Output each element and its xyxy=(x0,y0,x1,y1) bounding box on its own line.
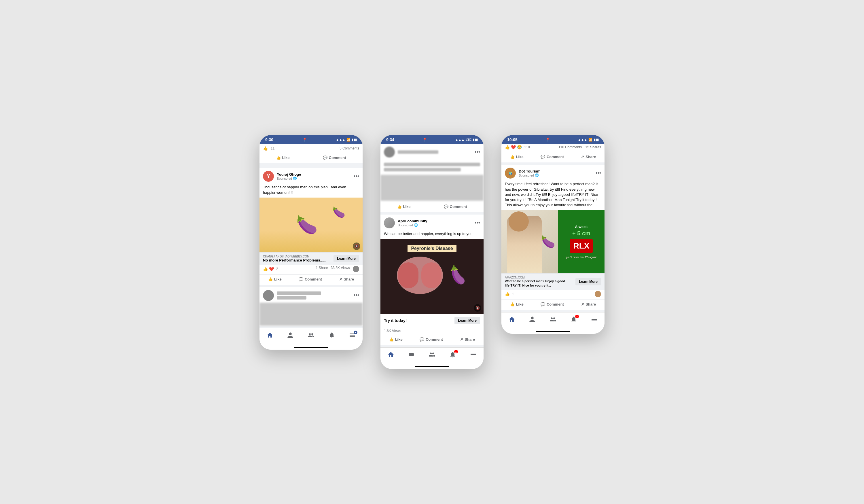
share-top-3[interactable]: ↗ Share xyxy=(579,154,598,160)
try-today-text: Try it today! xyxy=(384,318,407,323)
action-bar-2: 👍 Like 💬 Comment ↗ Share xyxy=(381,335,483,345)
learn-more-btn-2[interactable]: Learn More xyxy=(455,317,480,324)
nav-menu-3[interactable] xyxy=(588,315,600,324)
blurred-avatar-1 xyxy=(263,290,274,301)
nav-group-3[interactable] xyxy=(547,315,559,324)
partial-reaction-icons: 👍 xyxy=(263,146,268,151)
post-meta-1: Youraj Ghoge Sponsored 🌐 xyxy=(277,172,351,180)
top-actions-3: 👍 Like 💬 Comment ↗ Share xyxy=(501,152,604,163)
globe-icon-3: 🌐 xyxy=(535,173,539,177)
dot-tourism-avatar: 🌍 xyxy=(505,168,516,179)
phone-2: 9:34 📍 ▲▲▲ LTE ▮▮▮ ••• xyxy=(380,135,484,369)
post-text-2: We can be better and happier, everything… xyxy=(381,230,483,239)
comment-action-3[interactable]: 💬 Comment xyxy=(538,301,566,308)
share-action-2[interactable]: ↗ Share xyxy=(458,336,477,343)
nav-video-2[interactable] xyxy=(405,350,418,359)
like-react-1: 👍 xyxy=(263,267,268,271)
learn-more-btn-1[interactable]: Learn More xyxy=(334,255,359,262)
comment-action-1[interactable]: 💬 Comment xyxy=(296,276,324,283)
nav-home-1[interactable] xyxy=(264,331,276,340)
status-icons-1: ▲▲▲ 📶 ▮▮▮ xyxy=(336,138,357,142)
post-author-1: Youraj Ghoge xyxy=(277,172,351,177)
blurred-meta-1 xyxy=(277,296,307,300)
learn-more-btn-3[interactable]: Learn More xyxy=(575,278,601,285)
youraj-avatar: Y xyxy=(263,171,274,182)
share-count-1: 1 Share xyxy=(316,266,328,272)
nav-group-2[interactable] xyxy=(426,350,438,359)
time-2: 9:34 xyxy=(386,137,394,142)
action-bar-1: 👍 Like 💬 Comment ↗ Share xyxy=(260,275,363,285)
views-text-2: 1.6K Views xyxy=(384,329,401,333)
wifi-icon-1: 📶 xyxy=(347,138,350,142)
nav-bell-3[interactable]: 3 xyxy=(567,315,580,324)
mute-btn-2[interactable]: 🔇 xyxy=(474,304,481,312)
nav-menu-2[interactable] xyxy=(467,350,480,359)
partial-like-btn[interactable]: 👍 Like xyxy=(274,154,292,161)
blurred-comment-2[interactable]: 💬 Comment xyxy=(442,203,469,210)
globe-icon-2: 🌐 xyxy=(414,223,418,227)
partial-comment-btn[interactable]: 💬 Comment xyxy=(321,154,348,161)
shares-text-3: 15 Shares xyxy=(585,145,601,149)
ad-domain-1: CHANGJIANG7HAO.WEEBLY.COM xyxy=(263,255,326,258)
ad-title-1: No more Performance Problems...... xyxy=(263,258,326,262)
mute-btn-1[interactable]: 🔇 xyxy=(353,242,360,250)
blurred-actions-2: 👍 Like 💬 Comment xyxy=(381,202,483,212)
comment-top-3[interactable]: 💬 Comment xyxy=(538,154,566,160)
ad-cta-1: CHANGJIANG7HAO.WEEBLY.COM No more Perfor… xyxy=(260,252,363,265)
bottom-nav-1: ● xyxy=(260,328,363,346)
nav-home-2[interactable] xyxy=(384,350,397,359)
battery-icon-1: ▮▮▮ xyxy=(352,138,357,142)
top-reactions-card: 👍 ❤️ 😂 110 118 Comments 15 Shares 👍 Like xyxy=(501,144,604,163)
blurred-header-1: ••• xyxy=(260,287,363,303)
haha-emoji-3: 😂 xyxy=(517,145,522,149)
nav-profile-1[interactable] xyxy=(284,331,297,340)
blurred-menu-2[interactable]: ••• xyxy=(475,149,480,155)
views-count-1: 33.8K Views xyxy=(331,266,350,272)
try-today-bar: Try it today! Learn More xyxy=(381,314,483,327)
nav-group-1[interactable] xyxy=(305,331,317,340)
comment-action-2[interactable]: 💬 Comment xyxy=(417,336,445,343)
nav-menu-1[interactable]: ● xyxy=(346,331,359,340)
share-action-1[interactable]: ↗ Share xyxy=(337,276,356,283)
post-text-3: Every time I feel refreshed! Want to be … xyxy=(501,180,604,210)
post-menu-1[interactable]: ••• xyxy=(354,173,359,179)
reaction-count-post-3: 1 xyxy=(512,292,514,296)
love-react-1: ❤️ xyxy=(269,267,274,271)
post-card-2: April community Sponsored 🌐 ••• We can b… xyxy=(381,215,483,345)
product-right-panel: A week + 5 cm RLX you'll never fear ED a… xyxy=(558,210,604,273)
nav-home-3[interactable] xyxy=(505,315,518,324)
post-header-3: 🌍 Dot Tourism Sponsored 🌐 ••• xyxy=(501,165,604,180)
like-top-3[interactable]: 👍 Like xyxy=(508,154,526,160)
share-action-icon-1: ↗ xyxy=(339,277,342,281)
blurred-menu-1[interactable]: ••• xyxy=(354,292,359,298)
status-icons-2: ▲▲▲ LTE ▮▮▮ xyxy=(455,138,478,142)
like-icon-2: 👍 xyxy=(397,204,402,209)
cm-label: + 5 cm xyxy=(572,230,590,237)
share-action-3[interactable]: ↗ Share xyxy=(579,301,598,308)
share-icon-action-3: ↗ xyxy=(581,302,584,307)
april-avatar xyxy=(384,217,395,228)
like-action-2[interactable]: 👍 Like xyxy=(387,336,405,343)
nav-profile-3[interactable] xyxy=(526,315,539,324)
nav-bell-1[interactable] xyxy=(325,331,338,340)
reactions-left-3: 👍 1 xyxy=(505,292,514,296)
like-action-1[interactable]: 👍 Like xyxy=(266,276,284,283)
post-menu-3[interactable]: ••• xyxy=(596,170,601,176)
comment-icon-action-2: 💬 xyxy=(420,337,424,341)
comment-icon-2: 💬 xyxy=(444,204,448,209)
action-bar-3: 👍 Like 💬 Comment ↗ Share xyxy=(501,300,604,310)
video-views-2: 1.6K Views xyxy=(381,327,483,335)
like-icon-action-3: 👍 xyxy=(510,302,515,307)
blurred-like-2[interactable]: 👍 Like xyxy=(395,203,413,210)
blurred-post-1: ••• xyxy=(260,287,363,326)
rlx-badge: RLX xyxy=(570,239,593,253)
bottom-nav-2: 1 xyxy=(381,347,483,365)
post-menu-2[interactable]: ••• xyxy=(475,220,480,226)
post-meta-3: Dot Tourism Sponsored 🌐 xyxy=(519,169,593,177)
like-action-3[interactable]: 👍 Like xyxy=(508,301,526,308)
status-bar-1: 9:30 📍 ▲▲▲ 📶 ▮▮▮ xyxy=(260,135,363,144)
reaction-count-3: 110 xyxy=(524,145,530,149)
nav-bell-2[interactable]: 1 xyxy=(446,350,459,359)
anatomy-diagram xyxy=(397,256,443,294)
bell-badge-3: 3 xyxy=(575,315,579,318)
